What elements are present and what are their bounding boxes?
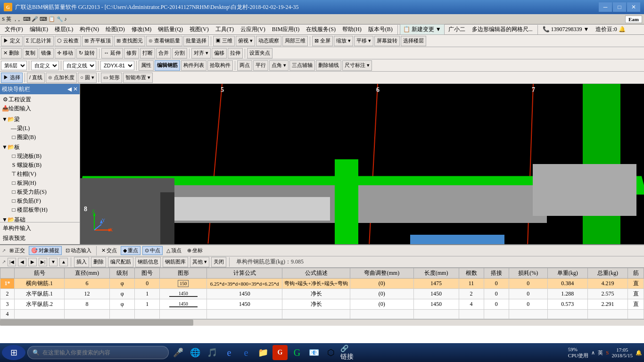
close-button[interactable]: ✕	[627, 2, 640, 12]
menu-cost[interactable]: 造价豆:0 🔔	[593, 25, 628, 34]
menu-new-change[interactable]: 📋 新建变更 ▼	[400, 24, 445, 35]
sidebar-item-drawing[interactable]: 📥 绘图输入	[1, 104, 79, 113]
cell-bar-name-4[interactable]	[15, 310, 65, 319]
col-header-unit-wt[interactable]: 单重(kg)	[547, 268, 587, 279]
btn-del-aux[interactable]: 删除辅线	[316, 60, 341, 71]
btn-break[interactable]: 打断	[140, 48, 155, 58]
sidebar-item-single-elem[interactable]: 单构件输入	[1, 223, 79, 233]
col-header-bend[interactable]: 弯曲调整(mm)	[350, 268, 414, 279]
sidebar-item-project[interactable]: ⚙ 工程设置	[1, 95, 79, 104]
col-header-suffix[interactable]: 筋	[628, 268, 644, 279]
sidebar-item-spiral-slab[interactable]: S 螺旋板(B)	[1, 161, 79, 170]
taskbar-arrow-up[interactable]: ∧	[591, 350, 595, 356]
btn-top-view[interactable]: 俯视 ▾	[236, 36, 255, 46]
snap-intersection[interactable]: ✕ 交点	[99, 247, 119, 255]
btn-other-rebar[interactable]: 其他 ▾	[190, 257, 209, 267]
btn-screen-rotate[interactable]: 屏幕旋转	[374, 36, 400, 46]
table-row[interactable]: 1* 横向钢筋.1 6 φ 0 150 6.25*d+39*d+800+39*d…	[0, 279, 644, 289]
btn-3d[interactable]: ▣ 三维	[213, 36, 235, 46]
btn-pan[interactable]: 平移 ▾	[354, 36, 373, 46]
snap-center[interactable]: ⊙ 中点	[142, 246, 163, 255]
nav-up[interactable]: ▲	[59, 258, 68, 266]
btn-trim[interactable]: 修剪	[124, 48, 139, 58]
btn-line[interactable]: / 直线	[27, 73, 45, 83]
btn-delete-rebar[interactable]: 删除	[91, 257, 106, 267]
sidebar-item-slab-hole[interactable]: □ 板洞(H)	[1, 179, 79, 188]
viewport[interactable]: 5 6 7 8 X Z Y	[80, 84, 644, 244]
select-floor[interactable]: 第6层	[1, 61, 27, 70]
btn-insert-rebar[interactable]: 插入	[74, 257, 89, 267]
btn-dim-scale[interactable]: 编尺配筋	[108, 257, 133, 267]
col-header-formula[interactable]: 计算公式	[207, 268, 282, 279]
btn-view-rebar[interactable]: ⊙ 查看钢筋量	[146, 36, 182, 46]
col-header-count[interactable]: 根数	[459, 268, 484, 279]
btn-floor-select[interactable]: 选择楼层	[401, 36, 426, 46]
col-header-loss[interactable]: 损耗(%)	[509, 268, 547, 279]
search-bar[interactable]: 🔍 在这里输入你要搜索的内容	[27, 346, 169, 359]
taskbar-ime-s[interactable]: S	[606, 350, 609, 355]
col-header-figure[interactable]: 图形	[160, 268, 207, 279]
start-button[interactable]: ⊞	[2, 345, 25, 360]
menu-cloud[interactable]: 云应用(V)	[238, 25, 268, 34]
btn-sum[interactable]: Σ 汇总计算	[24, 36, 54, 46]
menu-view[interactable]: 视图(V)	[187, 25, 212, 34]
menu-grid[interactable]: 多边形编辑器的网格尺...	[469, 25, 536, 34]
sidebar-item-beam-group[interactable]: ▼ 📂 梁	[1, 115, 79, 124]
select-zdyx[interactable]: ZDYX-81	[100, 61, 134, 70]
menu-edit[interactable]: 编辑(E)	[27, 25, 51, 34]
select-line-type[interactable]: 自定义线	[63, 61, 96, 70]
sidebar-item-foundation-group[interactable]: ▼ 📂 基础	[1, 215, 79, 222]
taskbar-icon-ie[interactable]: 🌐	[188, 345, 203, 360]
col-header-length[interactable]: 长度(mm)	[413, 268, 459, 279]
snap-arrow-icon[interactable]: ↗	[2, 248, 6, 253]
rebar-table[interactable]: 筋号 直径(mm) 级别 图号 图形 计算公式 公式描述 弯曲调整(mm) 长度…	[0, 268, 644, 353]
expand-icon2[interactable]: ▼	[2, 144, 8, 151]
btn-merge[interactable]: 合并	[156, 48, 171, 58]
col-header-desc[interactable]: 公式描述	[282, 268, 350, 279]
sidebar-item-col-cap[interactable]: ⊤ 柱帽(V)	[1, 170, 79, 179]
cell-diameter-3[interactable]: 8	[65, 299, 110, 310]
btn-rotate[interactable]: ↻ 旋转	[76, 48, 97, 58]
btn-circle[interactable]: ○ 圆 ▾	[78, 73, 97, 83]
menu-floor[interactable]: 楼层(L)	[52, 25, 76, 34]
btn-batch-select[interactable]: 批量选择	[183, 36, 209, 46]
taskbar-icon-music[interactable]: 🎵	[205, 345, 220, 360]
cell-bar-name-3[interactable]: 水平纵筋.2	[15, 299, 65, 310]
menu-draw[interactable]: 绘图(D)	[103, 25, 128, 34]
expand-icon[interactable]: ▼	[2, 116, 8, 123]
maximize-button[interactable]: □	[613, 2, 626, 12]
cell-bar-name-2[interactable]: 水平纵筋.1	[15, 289, 65, 299]
sidebar-item-beam-l[interactable]: — 梁(L)	[1, 124, 79, 133]
btn-stretch[interactable]: 拉伸	[228, 48, 243, 58]
btn-dim[interactable]: 尺寸标注 ▾	[342, 60, 372, 71]
rebar-toolbar-arrow[interactable]: ↗	[2, 259, 6, 264]
btn-rebar-info[interactable]: 钢筋信息	[135, 257, 161, 267]
expand-icon3[interactable]: ▼	[2, 216, 8, 222]
menu-help[interactable]: 帮助(H)	[339, 25, 364, 34]
taskbar-icon-glodon2[interactable]: G	[289, 345, 305, 360]
btn-local-3d[interactable]: 局部三维	[282, 36, 308, 46]
btn-del[interactable]: ✕ 删除	[1, 48, 22, 58]
menu-online[interactable]: 在线服务(S)	[303, 25, 339, 34]
nav-prev[interactable]: ◀	[18, 258, 26, 266]
btn-dynamic-view[interactable]: 动态观察	[256, 36, 281, 46]
sidebar-item-ring-beam[interactable]: □ 圈梁(B)	[1, 133, 79, 142]
btn-set-clamp[interactable]: 设置夹点	[247, 48, 272, 58]
table-row[interactable]: 3 水平纵筋.2 8 φ 1 1450 1450 净长 (0) 1450 4 0…	[0, 299, 644, 310]
btn-elem-list[interactable]: 构件列表	[181, 60, 206, 71]
btn-select[interactable]: ▶ 选择	[1, 73, 23, 83]
btn-fullscreen[interactable]: ⊠ 全屏	[312, 36, 333, 46]
col-header-bar-no[interactable]: 筋号	[15, 268, 65, 279]
menu-file[interactable]: 文件(F)	[2, 25, 26, 34]
col-header-lap[interactable]: 搭接	[484, 268, 509, 279]
btn-extend[interactable]: ↔ 延伸	[101, 48, 123, 58]
nav-first[interactable]: |◀	[8, 258, 16, 266]
sidebar-item-report[interactable]: 报表预览	[1, 233, 79, 243]
btn-three-point[interactable]: 三点辅轴	[289, 60, 315, 71]
sidebar-controls[interactable]: ◀ ✕	[67, 86, 78, 93]
btn-offset[interactable]: 偏移	[212, 48, 227, 58]
sidebar-item-cast-slab[interactable]: □ 现浇板(B)	[1, 152, 79, 161]
taskbar-icon-mail[interactable]: 📧	[306, 345, 322, 360]
taskbar-ime-en[interactable]: 英	[598, 349, 603, 356]
taskbar-icon-hex[interactable]: ⬡	[323, 345, 339, 360]
